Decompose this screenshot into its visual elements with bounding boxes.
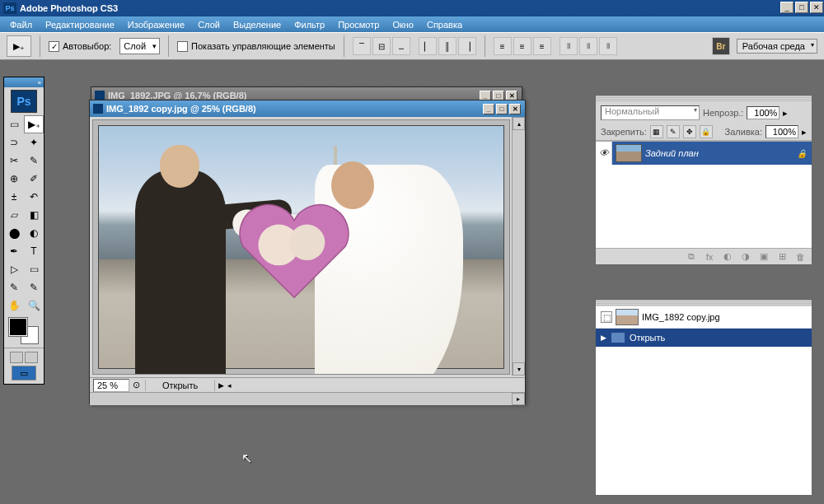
distribute-top-icon[interactable]: ≡ — [494, 37, 512, 55]
blend-mode-dropdown[interactable]: Нормальный — [601, 105, 700, 120]
align-top-icon[interactable]: ⎺ — [353, 37, 371, 55]
status-info-icon[interactable]: ⊙ — [133, 380, 140, 390]
visibility-icon[interactable]: 👁 — [596, 142, 612, 165]
status-play-icon[interactable]: ▶ — [218, 381, 224, 390]
layer-row[interactable]: 👁 Задний план 🔒 — [596, 142, 812, 165]
distribute-vcenter-icon[interactable]: ≡ — [513, 37, 531, 55]
menu-select[interactable]: Выделение — [227, 18, 288, 31]
path-select-tool[interactable]: ▷ — [4, 260, 24, 278]
color-swatches[interactable] — [4, 315, 44, 348]
layer-thumbnail[interactable] — [616, 144, 642, 162]
lock-image-icon[interactable]: ✎ — [667, 125, 680, 138]
notes-tool[interactable]: ✎ — [4, 278, 24, 296]
source-filename: IMG_1892 copy.jpg — [642, 312, 720, 322]
panel-grip[interactable] — [596, 96, 812, 102]
crop-tool[interactable]: ✂ — [4, 152, 24, 170]
eraser-tool[interactable]: ▱ — [4, 206, 24, 224]
lock-transparent-icon[interactable]: ▦ — [650, 125, 663, 138]
new-layer-icon[interactable]: ⊞ — [775, 251, 789, 263]
front-doc-close[interactable]: ✕ — [509, 104, 521, 114]
menu-window[interactable]: Окно — [386, 18, 420, 31]
scroll-right-icon[interactable]: ▸ — [512, 393, 525, 405]
opacity-slider-icon[interactable]: ▸ — [783, 108, 788, 119]
type-tool[interactable]: T — [24, 242, 44, 260]
foreground-color[interactable] — [9, 318, 27, 336]
panel-grip[interactable] — [596, 300, 812, 306]
lasso-tool[interactable]: ⊃ — [4, 133, 24, 152]
align-vcenter-icon[interactable]: ⊟ — [372, 37, 391, 55]
standard-mode-icon[interactable] — [10, 352, 23, 363]
current-tool-indicator[interactable]: ▶₊ — [7, 35, 31, 57]
scroll-down-icon[interactable]: ▾ — [513, 362, 525, 376]
hand-tool[interactable]: ✋ — [4, 296, 24, 315]
align-right-icon[interactable]: ▕ — [458, 37, 476, 55]
toolbox-collapse-icon[interactable]: » — [38, 79, 41, 86]
menu-view[interactable]: Просмотр — [331, 18, 386, 31]
status-text[interactable]: Открыть — [145, 380, 215, 391]
scroll-up-icon[interactable]: ▴ — [513, 117, 525, 130]
eyedropper-tool[interactable]: ✎ — [24, 278, 44, 296]
auto-select-dropdown[interactable]: Слой — [119, 38, 160, 54]
menu-filter[interactable]: Фильтр — [288, 18, 331, 31]
distribute-right-icon[interactable]: ⦀ — [599, 37, 617, 55]
move-tool[interactable]: ▶₊ — [24, 115, 44, 133]
fill-slider-icon[interactable]: ▸ — [802, 127, 807, 138]
blur-tool[interactable]: ⬤ — [4, 224, 24, 242]
link-layers-icon[interactable]: ⧉ — [685, 251, 698, 263]
history-brush-tool[interactable]: ↶ — [24, 188, 44, 206]
canvas[interactable] — [92, 119, 510, 375]
horizontal-scrollbar[interactable]: ▸ — [90, 392, 525, 405]
quick-select-tool[interactable]: ✦ — [24, 133, 44, 152]
distribute-bottom-icon[interactable]: ≡ — [533, 37, 551, 55]
slice-tool[interactable]: ✎ — [24, 152, 44, 170]
layer-style-icon[interactable]: fx — [703, 251, 716, 263]
fill-field[interactable]: 100% — [765, 125, 798, 138]
show-controls-checkbox[interactable] — [177, 41, 188, 52]
history-step-row[interactable]: ▶ Открыть — [596, 329, 812, 347]
auto-select-checkbox[interactable]: ✓ — [49, 41, 59, 52]
align-hcenter-icon[interactable]: ║ — [438, 37, 456, 55]
delete-layer-icon[interactable]: 🗑 — [794, 251, 807, 263]
history-source-row[interactable]: ⬚ IMG_1892 copy.jpg — [596, 306, 812, 329]
bridge-icon[interactable]: Br — [712, 37, 730, 55]
adjustment-layer-icon[interactable]: ◑ — [739, 251, 752, 263]
zoom-tool[interactable]: 🔍 — [24, 296, 44, 315]
marquee-tool[interactable]: ▭ — [4, 115, 24, 133]
menu-file[interactable]: Файл — [3, 18, 39, 31]
front-doc-minimize[interactable]: _ — [483, 104, 494, 114]
distribute-hcenter-icon[interactable]: ⦀ — [579, 37, 597, 55]
dodge-tool[interactable]: ◐ — [24, 224, 44, 242]
align-bottom-icon[interactable]: ⎽ — [392, 37, 410, 55]
close-button[interactable]: ✕ — [810, 2, 823, 13]
menu-image[interactable]: Изображение — [121, 18, 191, 31]
source-checkbox[interactable]: ⬚ — [601, 311, 612, 323]
pen-tool[interactable]: ✒ — [4, 242, 24, 260]
gradient-tool[interactable]: ◧ — [24, 206, 44, 224]
status-arrow-icon[interactable]: ◂ — [227, 381, 232, 390]
opacity-field[interactable]: 100% — [747, 106, 780, 119]
shape-tool[interactable]: ▭ — [24, 260, 44, 278]
lock-all-icon[interactable]: 🔒 — [700, 125, 713, 138]
brush-tool[interactable]: ✐ — [24, 170, 44, 188]
align-left-icon[interactable]: ▏ — [419, 37, 437, 55]
layer-list[interactable]: 👁 Задний план 🔒 — [596, 141, 812, 248]
zoom-field[interactable]: 25 % — [93, 379, 129, 392]
front-doc-maximize[interactable]: □ — [496, 104, 508, 114]
menu-edit[interactable]: Редактирование — [39, 18, 121, 31]
quickmask-mode-icon[interactable] — [25, 352, 38, 363]
stamp-tool[interactable]: ± — [4, 188, 24, 206]
menu-help[interactable]: Справка — [420, 18, 469, 31]
lock-position-icon[interactable]: ✥ — [683, 125, 696, 138]
screen-mode-icon[interactable]: ▭ — [12, 366, 36, 380]
minimize-button[interactable]: _ — [780, 2, 794, 13]
history-marker-icon[interactable]: ▶ — [601, 334, 606, 342]
workspace-dropdown[interactable]: Рабочая среда — [737, 39, 817, 54]
menu-layer[interactable]: Слой — [191, 18, 227, 31]
new-group-icon[interactable]: ▣ — [757, 251, 770, 263]
heal-tool[interactable]: ⊕ — [4, 170, 24, 188]
maximize-button[interactable]: □ — [795, 2, 808, 13]
layer-mask-icon[interactable]: ◐ — [721, 251, 734, 263]
vertical-scrollbar[interactable]: ▴ ▾ — [512, 117, 525, 376]
layer-name[interactable]: Задний план — [645, 148, 699, 158]
distribute-left-icon[interactable]: ⦀ — [559, 37, 578, 55]
